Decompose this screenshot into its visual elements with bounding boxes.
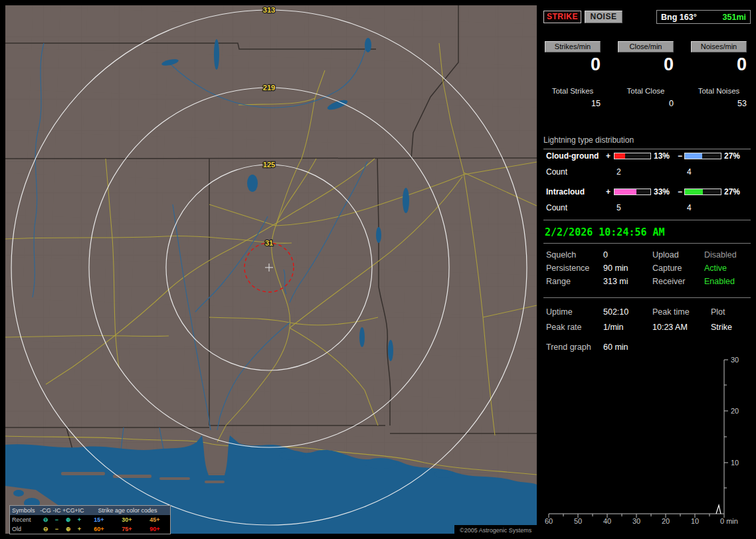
noises-per-min-label: Noises/min — [691, 41, 747, 52]
bearing-value: Bng 163° — [661, 13, 697, 22]
ring-label-313: 313 — [263, 6, 275, 14]
cloud-ground-count-row: Count 2 4 — [543, 167, 751, 178]
legend-col-neg-cg: -CG — [40, 506, 51, 515]
total-noises-value: 53 — [691, 99, 749, 108]
minus-sign: − — [678, 151, 682, 161]
plus-sign: + — [606, 187, 611, 196]
age-badge-15: 15+ — [85, 515, 113, 524]
neg-ic-symbol-icon: − — [51, 524, 62, 534]
y-tick-label: 10 — [731, 459, 739, 467]
uptime-label: Uptime — [546, 307, 573, 317]
legend-col-pos-ic: +IC — [74, 506, 85, 515]
cg-minus-bar — [684, 153, 721, 159]
legend-col-pos-cg: +CG — [62, 506, 74, 515]
strike-mode-button[interactable]: STRIKE — [543, 11, 581, 23]
upload-status: Disabled — [704, 250, 737, 260]
capture-label: Capture — [652, 264, 682, 273]
map-panel[interactable]: 313 219 125 31 — [5, 5, 537, 534]
ring-label-125: 125 — [263, 161, 275, 169]
capture-status: Active — [704, 264, 727, 273]
peak-time-label: Peak time — [652, 307, 690, 317]
uptime-value: 502:10 — [603, 307, 628, 317]
range-label: Range — [546, 277, 571, 286]
stats-row: Peak rate 1/min 10:23 AM Strike — [543, 323, 751, 335]
squelch-value: 0 — [603, 250, 608, 260]
bearing-readout: Bng 163° 351mi — [656, 10, 751, 24]
x-tick-label: 10 — [691, 517, 699, 525]
y-tick-label: 20 — [731, 407, 739, 415]
intracloud-label: Intracloud — [546, 187, 585, 196]
legend-row-recent: Recent ⊖ − ⊕ + 15+ 30+ 45+ — [10, 515, 170, 524]
y-tick-label: 30 — [731, 356, 739, 364]
intracloud-row: Intracloud + 33% − 27% — [543, 187, 751, 198]
x-tick-label: 50 — [574, 517, 582, 525]
cg-plus-count: 2 — [616, 167, 621, 177]
total-strikes-label: Total Strikes — [545, 87, 601, 95]
receiver-status: Enabled — [704, 277, 735, 286]
cloud-ground-label: Cloud-ground — [546, 151, 599, 161]
total-close-label: Total Close — [618, 87, 674, 95]
total-strikes-value: 15 — [545, 99, 603, 108]
ic-minus-bar — [684, 189, 721, 195]
noises-per-min-value: 0 — [691, 54, 748, 74]
pos-cg-symbol-icon: ⊕ — [62, 515, 74, 524]
trend-axes — [549, 360, 728, 518]
total-noises-label: Total Noises — [691, 87, 747, 95]
ring-label-219: 219 — [263, 84, 275, 92]
minus-sign: − — [678, 187, 682, 196]
age-badge-60: 60+ — [85, 524, 113, 534]
legend-age-header: Strike age color codes — [85, 506, 170, 515]
neg-ic-symbol-icon: − — [51, 515, 62, 524]
ic-plus-pct: 33% — [654, 187, 670, 196]
status-sidebar: STRIKE NOISE Bng 163° 351mi Strikes/min … — [543, 7, 751, 534]
bearing-range: 351mi — [723, 13, 746, 22]
ic-minus-pct: 27% — [724, 187, 740, 196]
legend-col-neg-ic: -IC — [51, 506, 62, 515]
map-canvas[interactable]: 313 219 125 31 — [5, 5, 537, 534]
squelch-label: Squelch — [546, 250, 576, 260]
neg-cg-symbol-icon: ⊖ — [40, 515, 51, 524]
intracloud-count-row: Count 5 4 — [543, 203, 751, 214]
ic-plus-bar — [614, 189, 651, 195]
cg-minus-pct: 27% — [724, 151, 740, 161]
count-label: Count — [546, 167, 567, 177]
legend-row-old: Old ⊖ − ⊕ + 60+ 75+ 90+ — [10, 524, 170, 534]
persistence-value: 90 min — [603, 264, 628, 273]
age-badge-75: 75+ — [113, 524, 141, 534]
ic-minus-count: 4 — [687, 203, 692, 212]
plot-label: Plot — [711, 307, 725, 317]
age-badge-45: 45+ — [141, 515, 169, 524]
settings-row: Range 313 mi Receiver Enabled — [543, 277, 751, 289]
plus-sign: + — [606, 151, 611, 161]
x-tick-label: 60 — [545, 517, 553, 525]
trend-graph: 30 20 10 60 50 40 30 20 10 0 min — [543, 352, 751, 530]
settings-row: Squelch 0 Upload Disabled — [543, 250, 751, 262]
cg-plus-bar — [614, 153, 651, 159]
strikes-per-min-label: Strikes/min — [545, 41, 601, 52]
persistence-label: Persistence — [546, 264, 589, 273]
legend-recent-label: Recent — [10, 515, 40, 524]
copyright-notice: ©2005 Astrogenic Systems — [454, 525, 537, 536]
trend-window-value: 60 min — [603, 343, 628, 352]
peak-rate-label: Peak rate — [546, 323, 582, 332]
origin-tick-label: 0 min — [720, 517, 738, 525]
pos-cg-symbol-icon: ⊕ — [62, 524, 74, 534]
x-tick-label: 30 — [632, 517, 640, 525]
x-tick-label: 40 — [603, 517, 611, 525]
stats-row: Uptime 502:10 Peak time Plot — [543, 307, 751, 319]
distribution-title: Lightning type distribution — [543, 135, 751, 149]
peak-rate-value: 1/min — [603, 323, 624, 332]
age-badge-90: 90+ — [141, 524, 169, 534]
pos-ic-symbol-icon: + — [74, 515, 85, 524]
strikes-per-min-value: 0 — [545, 54, 602, 74]
count-label: Count — [546, 203, 567, 212]
legend-header: Symbols -CG -IC +CG +IC Strike age color… — [10, 506, 170, 515]
close-per-min-label: Close/min — [618, 41, 674, 52]
range-value: 313 mi — [603, 277, 628, 286]
section-divider — [543, 297, 751, 298]
map-legend: Symbols -CG -IC +CG +IC Strike age color… — [9, 505, 171, 534]
settings-row: Persistence 90 min Capture Active — [543, 264, 751, 275]
upload-label: Upload — [652, 250, 679, 260]
noise-mode-button[interactable]: NOISE — [585, 11, 622, 23]
pos-ic-symbol-icon: + — [74, 524, 85, 534]
